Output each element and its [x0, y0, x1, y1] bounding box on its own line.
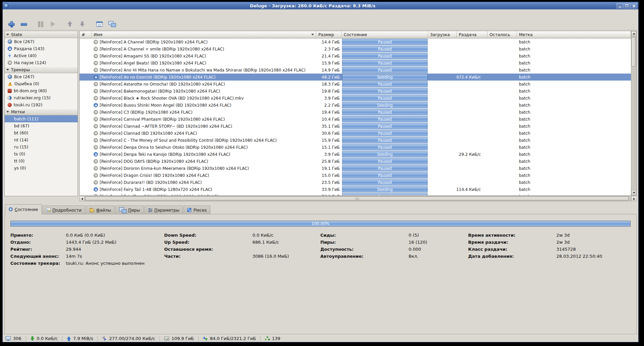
torrent-label-cell: batch [517, 116, 631, 123]
torrent-row[interactable]: [ReinForce] Dororon Enma-kun Meeramera (… [80, 165, 631, 172]
sidebar-filter-item[interactable]: ru (15) [5, 143, 78, 150]
queue-up-button[interactable] [64, 19, 76, 29]
connection-manager-button[interactable] [106, 19, 117, 29]
horizontal-scroll-track[interactable] [85, 197, 631, 201]
torrent-row[interactable]: [ReinForce] Bakemonogatari (BDRip 1920x1… [80, 88, 631, 95]
torrent-name: [ReinForce] Carnival Phantasm (BDRip 192… [100, 117, 225, 122]
torrent-row[interactable]: [ReinForce] A Channel (BDRip 1920x1080 x… [80, 38, 631, 45]
sidebar-section-header[interactable]: Метки [5, 108, 78, 115]
sidebar-filter-item[interactable]: Все (267) [5, 38, 78, 45]
torrent-row[interactable]: [ReinForce] Carnival Phantasm (BDRip 192… [80, 116, 631, 123]
torrent-name: [ReinForce] Ano Hi Mita Hana no Namae o … [100, 68, 306, 73]
queue-number-cell [80, 144, 92, 151]
scroll-down-button[interactable] [631, 190, 636, 195]
torrent-label-cell: batch [517, 45, 631, 52]
column-header[interactable]: Размер [316, 31, 342, 38]
sidebar-filter-item[interactable]: batch (111) [5, 115, 78, 122]
queue-number-cell [80, 151, 92, 158]
torrent-row[interactable]: [ReinForce] A Channel + smile (BDRip 192… [80, 45, 631, 52]
vertical-scroll-track[interactable] [631, 36, 636, 190]
titlebar[interactable]: Deluge - Загрузка: 280.0 КиБ/с Раздача: … [3, 2, 638, 9]
sidebar-filter-item[interactable]: Active (40) [5, 52, 78, 59]
sidebar-filter-item[interactable]: Все (267) [5, 73, 78, 80]
resume-button[interactable] [47, 19, 59, 29]
tab-files[interactable]: Файлы [86, 206, 115, 214]
column-header[interactable]: Загрузка [428, 31, 457, 38]
sidebar-filter-item[interactable]: touki.ru (192) [5, 101, 78, 108]
torrent-row[interactable]: [ReinForce] Clannad (BD 1920x1080 x264 F… [80, 130, 631, 137]
torrent-progress-bar: Paused [342, 130, 428, 136]
sidebar-filter-item[interactable]: tt (0) [5, 157, 78, 164]
sidebar-filter-item[interactable]: bt-dom.org (60) [5, 87, 78, 94]
scroll-up-button[interactable] [631, 31, 636, 36]
torrent-row[interactable]: [ReinForce] Amagami SS (BD 1920x1080 x26… [80, 52, 631, 60]
tab-pieces[interactable]: Pieces [184, 206, 210, 214]
sidebar-filter-item[interactable]: ts (0) [5, 150, 78, 157]
statusbar-item-value: 277.00/274.00 КиБ/с [109, 336, 155, 341]
torrent-row[interactable]: [ReinForce] Clannad ~AFTER STORY~ (BD 19… [80, 123, 631, 130]
torrent-row[interactable]: [ReinForce] Angel Beats! (BD 1920x1080 x… [80, 60, 631, 67]
tab-status[interactable]: Состояние [5, 204, 42, 214]
torrent-row[interactable]: [ReinForce] C3 (BDRip 1920x1080 x264 FLA… [80, 109, 631, 116]
queue-down-button[interactable] [77, 19, 88, 29]
vertical-scrollbar[interactable] [631, 31, 636, 195]
status-field-label: Части: [164, 254, 252, 259]
torrent-row[interactable]: [ReinForce] Durarara!! (BD 1920x1080 x26… [80, 179, 631, 186]
sidebar-filter-item[interactable]: rutracker.org (15) [5, 94, 78, 101]
tab-details[interactable]: Подробности [42, 206, 85, 214]
menu-item[interactable] [16, 12, 22, 15]
add-torrent-button[interactable] [5, 19, 17, 29]
tab-peers[interactable]: Пиры [115, 206, 143, 214]
torrent-row[interactable]: [ReinForce] Fate/Zero BOX I (BDRip 1920x… [80, 193, 631, 195]
torrent-row[interactable]: [ReinForce] Astarotte no Omocha! (BD 192… [80, 81, 631, 88]
menu-item[interactable] [22, 12, 28, 15]
menu-item[interactable] [10, 12, 16, 15]
torrent-row[interactable]: [ReinForce] Fairy Tail 1-48 (BDRip 1280x… [80, 186, 631, 193]
tab-options[interactable]: Параметры [144, 206, 183, 214]
column-header[interactable]: Метка [517, 31, 631, 38]
minimize-button[interactable] [617, 3, 623, 8]
sidebar-filter-item[interactable]: ys (0) [5, 164, 78, 171]
sidebar-filter-item[interactable]: bd (67) [5, 122, 78, 129]
preferences-button[interactable] [94, 19, 105, 29]
sidebar-filter-item[interactable]: Раздача (143) [5, 45, 78, 52]
sidebar-filter-item[interactable]: На паузе (124) [5, 59, 78, 66]
column-header[interactable]: Состояние [342, 31, 428, 38]
column-header[interactable]: # [80, 31, 92, 38]
scroll-right-button[interactable] [631, 197, 636, 201]
sidebar-filter-item[interactable]: bt (60) [5, 129, 78, 136]
torrent-row[interactable]: [ReinForce] Dragon Crisis! (BD 1920x1080… [80, 172, 631, 179]
menu-item[interactable] [4, 12, 10, 15]
pause-button[interactable] [35, 19, 46, 29]
column-header-label: Имя [94, 32, 102, 37]
sidebar-filter-item[interactable]: Ошибка (0) [5, 80, 78, 87]
status-field: Время раздачи: 2w 3d [468, 239, 631, 246]
torrent-row[interactable]: [ReinForce] C - The Money of Soul and Po… [80, 137, 631, 144]
horizontal-scrollbar[interactable] [79, 196, 637, 201]
column-header[interactable]: Имя [92, 31, 316, 38]
close-button[interactable] [631, 3, 637, 8]
torrent-name: [ReinForce] Ao no Exorcist (BDRip 1920x1… [100, 75, 216, 80]
scroll-left-button[interactable] [80, 197, 85, 201]
torrent-state-label: Paused [378, 124, 392, 129]
torrent-row[interactable]: [ReinForce] DOG DAYS (BDRip 1920x1080 x2… [80, 158, 631, 165]
horizontal-scroll-thumb[interactable] [85, 197, 629, 201]
torrent-eta-cell [488, 130, 517, 137]
remove-torrent-button[interactable] [18, 19, 29, 29]
torrent-row[interactable]: [ReinForce] Ano Hi Mita Hana no Namae o … [80, 67, 631, 74]
column-header[interactable]: Осталось [488, 31, 517, 38]
maximize-button[interactable] [624, 3, 630, 8]
torrent-row[interactable]: [ReinForce] Busou Shinki Moon Angel (BD … [80, 102, 631, 109]
vertical-scroll-thumb[interactable] [632, 37, 636, 67]
sidebar-section-header[interactable]: State [5, 31, 78, 38]
torrent-row[interactable]: [ReinForce] Denpa Teki na Kanojo (BDRip … [80, 151, 631, 158]
torrent-row[interactable]: [ReinForce] Black ★ Rock Shooter OVA (BD… [80, 95, 631, 102]
column-header[interactable]: Раздача [457, 31, 488, 38]
torrent-row[interactable]: [ReinForce] Ao no Exorcist (BDRip 1920x1… [80, 74, 631, 81]
torrent-name: [ReinForce] Amagami SS (BD 1920x1080 x26… [100, 54, 206, 59]
torrent-row[interactable]: [ReinForce] Denpa Onna to Seishun Otoko … [80, 144, 631, 151]
torrent-upload-speed-cell [457, 102, 488, 109]
sidebar-section-header[interactable]: Трекеры [5, 66, 78, 73]
menu-item[interactable] [28, 12, 34, 15]
sidebar-filter-item[interactable]: nt (14) [5, 136, 78, 143]
